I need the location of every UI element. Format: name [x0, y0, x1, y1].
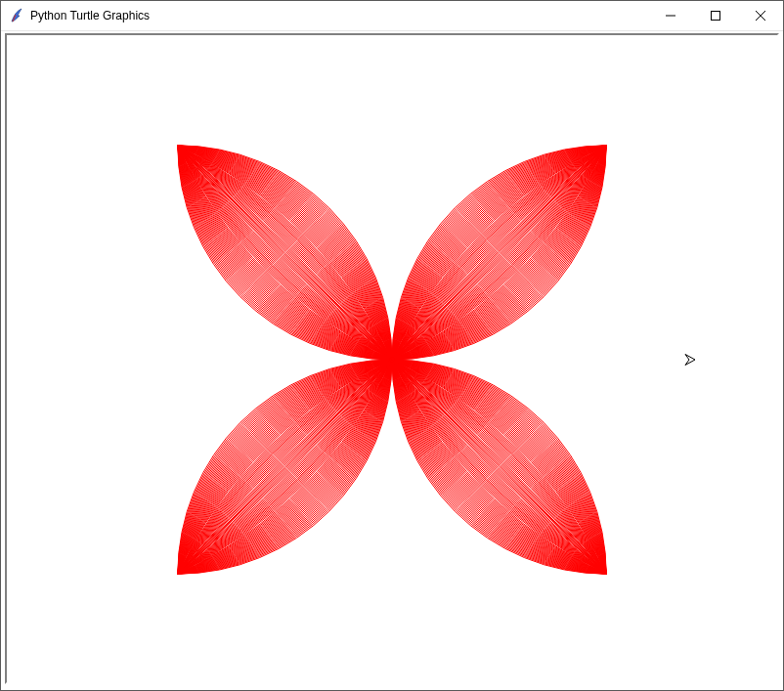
titlebar[interactable]: Python Turtle Graphics	[1, 1, 783, 31]
client-area	[1, 31, 783, 690]
svg-rect-1	[712, 12, 720, 21]
minimize-icon	[666, 11, 675, 21]
close-button[interactable]	[738, 1, 783, 30]
maximize-button[interactable]	[693, 1, 738, 30]
tk-feather-icon	[9, 8, 24, 23]
close-icon	[756, 11, 765, 21]
window-title: Python Turtle Graphics	[30, 9, 648, 22]
maximize-icon	[711, 11, 720, 21]
window-controls	[648, 1, 783, 30]
minimize-button[interactable]	[648, 1, 693, 30]
turtle-canvas-frame	[5, 33, 779, 684]
app-window: Python Turtle Graphics	[0, 0, 784, 691]
turtle-canvas	[7, 35, 777, 682]
